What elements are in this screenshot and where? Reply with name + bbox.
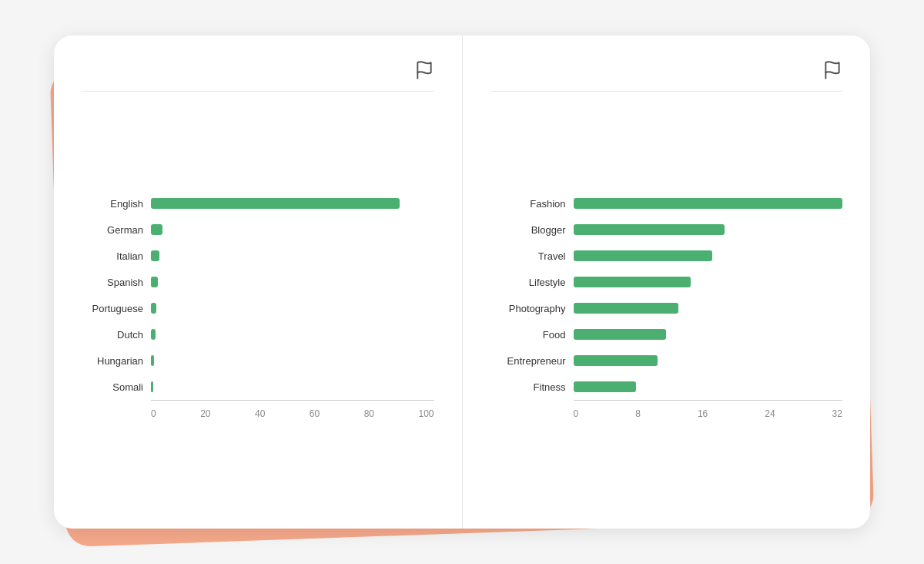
interests-panel-header (490, 60, 843, 92)
language-flag-icon (414, 60, 434, 80)
bar-track (151, 277, 434, 287)
bar-track (151, 224, 434, 235)
axis-area: 020406080100 (151, 400, 434, 419)
bar-label: English (82, 198, 151, 210)
axis-label: 80 (364, 408, 374, 419)
bar-label: Travel (490, 250, 574, 262)
bar-fill (151, 277, 158, 287)
bar-track (151, 198, 434, 209)
bar-label: Food (490, 329, 574, 341)
bar-row: Spanish (82, 272, 434, 292)
bar-fill (151, 250, 159, 261)
bar-track (151, 355, 434, 366)
axis-label: 100 (418, 408, 434, 419)
bar-row: Food (490, 324, 843, 344)
bar-track (574, 250, 843, 261)
main-card: EnglishGermanItalianSpanishPortugueseDut… (54, 35, 870, 529)
bar-fill (574, 277, 691, 287)
axis-area: 08162432 (574, 400, 843, 419)
bar-fill (151, 303, 156, 314)
bar-track (151, 250, 434, 261)
bar-track (574, 381, 843, 392)
bar-fill (574, 250, 712, 261)
bar-label: Hungarian (82, 355, 151, 367)
bar-track (574, 224, 843, 235)
language-panel: EnglishGermanItalianSpanishPortugueseDut… (54, 35, 463, 529)
bar-fill (574, 329, 666, 340)
axis-label: 20 (200, 408, 210, 419)
axis-labels: 020406080100 (151, 405, 434, 419)
bar-fill (574, 198, 843, 209)
interests-chart: FashionBloggerTravelLifestylePhotography… (490, 101, 843, 507)
bar-track (574, 329, 843, 340)
axis-label: 0 (574, 408, 579, 419)
interests-panel: FashionBloggerTravelLifestylePhotography… (463, 35, 871, 529)
axis-label: 0 (151, 408, 156, 419)
axis-label: 24 (765, 408, 775, 419)
bar-fill (574, 224, 725, 235)
bar-track (574, 355, 843, 366)
bar-track (151, 329, 434, 340)
bar-row: Fitness (490, 377, 843, 397)
bar-row: Fashion (490, 193, 843, 213)
axis-label: 60 (310, 408, 320, 419)
bar-fill (574, 381, 637, 392)
bar-label: Entrepreneur (490, 355, 574, 367)
bar-track (151, 381, 434, 392)
bar-row: Photography (490, 298, 843, 318)
bar-track (574, 198, 843, 209)
bar-label: Somali (82, 381, 151, 393)
bar-fill (151, 224, 162, 235)
bar-label: Fashion (490, 198, 574, 210)
axis-label: 32 (832, 408, 842, 419)
bar-row: Dutch (82, 324, 434, 344)
bar-row: German (82, 220, 434, 240)
axis-labels: 08162432 (574, 405, 843, 419)
bar-track (574, 277, 843, 287)
bar-row: Portuguese (82, 298, 434, 318)
bar-label: Lifestyle (490, 277, 574, 288)
bar-row: Italian (82, 246, 434, 266)
bar-label: Spanish (82, 277, 151, 288)
bar-track (574, 303, 843, 314)
bar-fill (151, 381, 153, 392)
bar-row: Lifestyle (490, 272, 843, 292)
language-chart: EnglishGermanItalianSpanishPortugueseDut… (82, 101, 434, 507)
bar-row: Hungarian (82, 351, 434, 371)
bar-label: Dutch (82, 329, 151, 341)
bar-fill (151, 329, 156, 340)
axis-label: 16 (698, 408, 708, 419)
bar-fill (151, 355, 154, 366)
bar-row: Travel (490, 246, 843, 266)
bar-fill (151, 198, 400, 209)
bar-label: Italian (82, 250, 151, 262)
bar-label: Portuguese (82, 303, 151, 314)
axis-label: 8 (635, 408, 641, 419)
bar-row: English (82, 193, 434, 213)
bar-row: Entrepreneur (490, 351, 843, 371)
bar-label: German (82, 224, 151, 236)
bar-label: Photography (490, 303, 574, 314)
bar-label: Blogger (490, 224, 574, 236)
bar-label: Fitness (490, 381, 574, 393)
bar-track (151, 303, 434, 314)
bar-fill (574, 303, 679, 314)
bar-fill (574, 355, 658, 366)
interests-flag-icon (822, 60, 842, 80)
bar-row: Somali (82, 377, 434, 397)
language-panel-header (82, 60, 434, 92)
bar-row: Blogger (490, 220, 843, 240)
axis-label: 40 (255, 408, 265, 419)
